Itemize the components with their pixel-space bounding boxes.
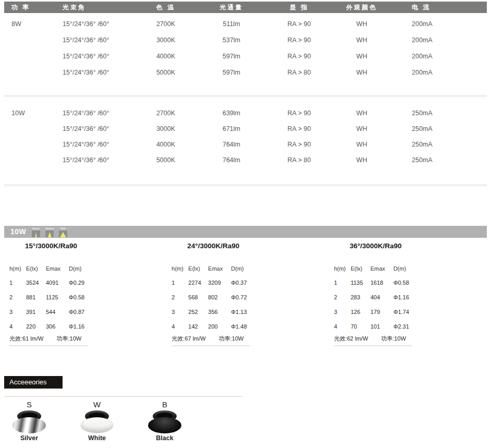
cct-value: 2700K (137, 105, 195, 121)
accessory-code: S (27, 400, 32, 409)
color-value: WH (330, 152, 393, 168)
pm-cell: Φ0.58 (394, 275, 418, 290)
flux-value: 597lm (195, 49, 268, 65)
cct-value: 3000K (137, 121, 195, 137)
accessories-row: S Silver W White B Black (6, 400, 491, 442)
pm-cell: 2 (334, 290, 351, 305)
flux-value: 537lm (195, 32, 268, 49)
beam-angle-value: 15°/24°/36° /60° (58, 152, 137, 168)
color-value: WH (330, 32, 393, 49)
cct-value: 3000K (137, 32, 195, 49)
pm-cell: Φ0.72 (231, 290, 255, 305)
col-header-current: 电 流 (393, 3, 487, 12)
current-value: 200mA (393, 49, 487, 65)
cct-value: 5000K (137, 152, 195, 168)
power-value (4, 121, 58, 137)
pm-cell: Φ1.13 (231, 305, 255, 319)
beam-angle-value: 15°/24°/36° /60° (58, 32, 137, 49)
pm-cell: 4 (9, 319, 26, 334)
pm-cell: 2274 (188, 275, 208, 290)
current-value: 250mA (393, 152, 487, 168)
current-value: 250mA (393, 121, 487, 137)
pm-cell: 881 (26, 290, 46, 305)
beam-narrow-icon: Narow (31, 227, 40, 237)
photometric-tables: 15°/3000K/Ra90 h(m) E(lx) Emax D(m) 1 35… (4, 242, 491, 346)
accessory-silver: S Silver (6, 400, 52, 442)
pm-col-header: E(lx) (188, 262, 208, 275)
pm-col-header: D(m) (69, 262, 93, 275)
pm-cell: 220 (26, 319, 46, 334)
col-header-beam-angle: 光束角 (58, 3, 137, 12)
pm-cell: Φ1.16 (69, 319, 93, 334)
table-row: 15°/24°/36° /60° 3000K 537lm RA > 90 WH … (4, 32, 487, 49)
col-header-flux: 光通量 (195, 3, 268, 12)
spec-table-header: 功 率 光束角 色 温 光通量 显 指 外观颜色 电 流 (4, 2, 487, 13)
pm-col-header: D(m) (231, 262, 255, 275)
flux-value: 511lm (195, 16, 268, 32)
flux-value: 639lm (195, 105, 268, 121)
pm-cell: 544 (46, 305, 69, 319)
cri-value: RA > 90 (268, 105, 330, 121)
cri-value: RA > 90 (268, 32, 330, 49)
current-value: 200mA (393, 65, 487, 81)
pm-cell: 2 (9, 290, 26, 305)
pm-cell: 2 (171, 290, 188, 305)
pm-cell: Φ1.48 (231, 319, 255, 334)
pm-col-header: h(m) (9, 262, 26, 275)
pm-cell: 252 (188, 305, 208, 319)
pm-col-header: Emax (46, 262, 69, 275)
color-value: WH (330, 121, 393, 137)
pm-table-footer: 光效:62 lm/W 功率:10W (334, 335, 412, 346)
white-ring-image (80, 410, 114, 433)
col-header-cct: 色 温 (137, 3, 195, 12)
beam-angle-value: 15°/24°/36° /60° (58, 65, 137, 81)
pm-cell: 391 (26, 305, 46, 319)
power-value (4, 32, 58, 49)
color-value: WH (330, 65, 393, 81)
power-value (4, 152, 58, 168)
power-value: 8W (4, 16, 58, 32)
pm-table-title: 36°/3000K/Ra90 (334, 242, 418, 250)
pm-cell: 70 (351, 319, 371, 334)
pm-table-title: 24°/3000K/Ra90 (171, 242, 255, 250)
accessory-code: W (93, 400, 101, 409)
pm-cell: 101 (371, 319, 394, 334)
spec-group-8w: 8W 15°/24°/36° /60° 2700K 511lm RA > 90 … (4, 16, 487, 81)
pm-cell: Φ2.31 (394, 319, 418, 334)
photometric-table-36deg: 36°/3000K/Ra90 h(m) E(lx) Emax D(m) 1 11… (329, 242, 491, 346)
pm-cell: 3 (171, 305, 188, 319)
flux-value: 764lm (195, 152, 268, 168)
pm-cell: 568 (188, 290, 208, 305)
cct-value: 4000K (137, 137, 195, 152)
section-divider (4, 95, 487, 97)
beam-medium-label: Medium (45, 227, 54, 231)
current-value: 200mA (393, 16, 487, 32)
pm-cell: 1 (171, 275, 188, 290)
pm-cell: 142 (188, 319, 208, 334)
efficacy-value: 光效:62 lm/W (334, 335, 368, 342)
pm-cell: 4 (334, 319, 351, 334)
cri-value: RA > 80 (268, 65, 330, 81)
pm-cell: 283 (351, 290, 371, 305)
color-value: WH (330, 105, 393, 121)
pm-cell: Φ0.87 (69, 305, 93, 319)
accessory-name: Silver (20, 434, 38, 442)
current-value: 200mA (393, 32, 487, 49)
pm-cell: 3209 (208, 275, 231, 290)
pm-col-header: Emax (208, 262, 231, 275)
pm-col-header: h(m) (171, 262, 188, 275)
pm-col-header: E(lx) (26, 262, 46, 275)
photometric-table-15deg: 15°/3000K/Ra90 h(m) E(lx) Emax D(m) 1 35… (4, 242, 166, 346)
pm-table-footer: 光效:61 lm/W 功率:10W (9, 335, 88, 346)
pm-cell: 4091 (46, 275, 69, 290)
cct-value: 5000K (137, 65, 195, 81)
accessories-heading: Acceeeories (4, 376, 63, 389)
power-value (4, 137, 58, 152)
bar-power-label: 10W (10, 226, 26, 237)
color-value: WH (330, 137, 393, 152)
color-value: WH (330, 49, 393, 65)
col-header-power: 功 率 (4, 3, 58, 12)
flux-value: 671lm (195, 121, 268, 137)
table-row: 15°/24°/36° /60° 5000K 764lm RA > 80 WH … (4, 152, 487, 168)
pm-cell: 356 (208, 305, 231, 319)
